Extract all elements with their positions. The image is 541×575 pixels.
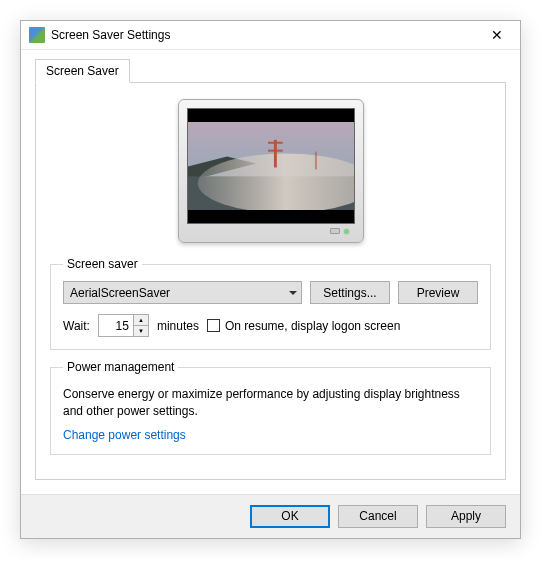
monitor-base [187, 224, 355, 238]
svg-rect-4 [273, 139, 276, 167]
settings-button[interactable]: Settings... [310, 281, 390, 304]
titlebar: Screen Saver Settings ✕ [21, 21, 520, 50]
monitor-frame [178, 99, 364, 243]
wait-input[interactable] [99, 315, 133, 336]
checkbox-box [207, 319, 220, 332]
tabs: Screen Saver [35, 58, 506, 82]
dialog-buttons: OK Cancel Apply [21, 494, 520, 538]
content-area: Screen Saver [21, 50, 520, 494]
screen-saver-dialog: Screen Saver Settings ✕ Screen Saver [20, 20, 521, 539]
wait-spinner[interactable]: ▲ ▼ [98, 314, 149, 337]
ok-button[interactable]: OK [250, 505, 330, 528]
wait-down-button[interactable]: ▼ [134, 325, 148, 336]
tab-label: Screen Saver [46, 64, 119, 78]
screensaver-select[interactable]: AerialScreenSaver [63, 281, 302, 304]
close-icon[interactable]: ✕ [484, 27, 510, 43]
svg-rect-6 [268, 149, 283, 151]
monitor-preview [50, 99, 491, 243]
svg-rect-5 [268, 141, 283, 143]
screensaver-select-value: AerialScreenSaver [70, 286, 170, 300]
chevron-down-icon [289, 291, 297, 295]
monitor-screen [187, 108, 355, 224]
resume-checkbox[interactable]: On resume, display logon screen [207, 319, 400, 333]
preview-button[interactable]: Preview [398, 281, 478, 304]
wait-up-button[interactable]: ▲ [134, 315, 148, 325]
wait-label: Wait: [63, 319, 90, 333]
tab-panel: Screen saver AerialScreenSaver Settings.… [35, 82, 506, 480]
power-description: Conserve energy or maximize performance … [63, 386, 478, 420]
window-title: Screen Saver Settings [51, 28, 484, 42]
apply-button[interactable]: Apply [426, 505, 506, 528]
wait-unit: minutes [157, 319, 199, 333]
resume-label: On resume, display logon screen [225, 319, 400, 333]
app-icon [29, 27, 45, 43]
monitor-led-deco [344, 229, 349, 234]
svg-rect-7 [314, 151, 316, 169]
tab-screensaver[interactable]: Screen Saver [35, 59, 130, 83]
screensaver-preview-image [188, 122, 354, 211]
cancel-button[interactable]: Cancel [338, 505, 418, 528]
power-legend: Power management [63, 360, 178, 374]
screensaver-legend: Screen saver [63, 257, 142, 271]
monitor-button-deco [330, 228, 340, 234]
power-group: Power management Conserve energy or maxi… [50, 360, 491, 455]
screensaver-group: Screen saver AerialScreenSaver Settings.… [50, 257, 491, 350]
change-power-link[interactable]: Change power settings [63, 428, 186, 442]
